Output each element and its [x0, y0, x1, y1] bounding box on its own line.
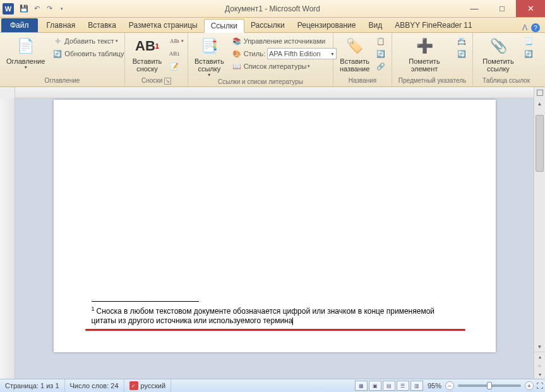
insert-footnote-button[interactable]: AB1 Вставить сноску [128, 35, 167, 74]
citation-style-value: APA Fifth Edition [269, 50, 321, 57]
browse-object-icon[interactable]: ○ [534, 361, 545, 370]
next-page-icon[interactable]: ▾ [534, 370, 545, 379]
word-app-icon[interactable]: W [3, 3, 14, 15]
toc-button[interactable]: 📄 Оглавление ▼ [3, 35, 49, 71]
cross-ref-button[interactable]: 🔗 [374, 60, 389, 73]
insert-tof-button[interactable]: 📋 [374, 35, 389, 47]
text-cursor [292, 318, 293, 325]
prev-page-icon[interactable]: ▴ [534, 352, 545, 361]
zoom-level[interactable]: 95% [424, 382, 445, 389]
show-notes-icon: 📝 [169, 61, 179, 71]
add-text-button[interactable]: ✚Добавить текст ▾ [51, 35, 125, 47]
update-toa-icon: 🔄 [524, 49, 534, 59]
ruler-corner [0, 87, 15, 98]
next-footnote-button[interactable]: AB1 [168, 47, 185, 60]
tab-review[interactable]: Рецензирование [291, 18, 362, 32]
insert-toa-button[interactable]: 📃 [522, 35, 537, 47]
view-web-button[interactable]: ▤ [383, 381, 395, 391]
insert-toa-icon: 📃 [524, 36, 534, 46]
zoom-in-button[interactable]: + [525, 381, 534, 390]
status-page[interactable]: Страница: 1 из 1 [0, 379, 65, 392]
update-tof-button[interactable]: 🔄 [374, 47, 389, 60]
group-citations-label: Ссылки и списки литературы [188, 78, 333, 86]
view-full-screen-button[interactable]: ▣ [369, 381, 381, 391]
qat-customize-icon[interactable]: ▾ [56, 3, 68, 15]
toc-icon: 📄 [16, 36, 36, 56]
zoom-slider-thumb[interactable] [487, 382, 492, 389]
insert-caption-label: Вставить название [340, 57, 369, 73]
update-toa-button[interactable]: 🔄 [522, 47, 537, 60]
tab-mailings[interactable]: Рассылки [244, 18, 291, 32]
tab-references[interactable]: Ссылки [204, 19, 244, 33]
update-index-button[interactable]: 🔄 [455, 47, 470, 60]
close-button[interactable]: ✕ [516, 0, 545, 17]
citation-style-select[interactable]: APA Fifth Edition▼ [267, 48, 337, 59]
mark-citation-button[interactable]: 📎 Пометить ссылку [476, 35, 521, 74]
undo-icon[interactable]: ↶ [31, 3, 42, 15]
update-toc-button[interactable]: 🔄Обновить таблицу [51, 47, 125, 60]
footnote-marker: 1 [92, 306, 95, 312]
group-captions: 🏷️ Вставить название 📋 🔄 🔗 Названия [333, 33, 392, 86]
redo-icon[interactable]: ↷ [44, 3, 55, 15]
ruler-toggle-icon[interactable] [537, 90, 543, 96]
footnote-separator [92, 301, 199, 302]
scroll-up-icon[interactable]: ▲ [534, 98, 545, 109]
manage-sources-button[interactable]: 📚Управление источниками [231, 35, 338, 47]
dialog-launcher-icon[interactable]: ↘ [164, 78, 171, 85]
zoom-slider[interactable] [458, 384, 521, 387]
show-notes-button[interactable]: 📝 [168, 60, 185, 73]
chevron-down-icon: ▼ [207, 73, 212, 77]
scrollbar-track[interactable] [534, 109, 545, 342]
status-word-count[interactable]: Число слов: 24 [65, 379, 124, 392]
tab-home[interactable]: Главная [40, 18, 82, 32]
ribbon-tabs: Файл Главная Вставка Разметка страницы С… [0, 18, 545, 33]
insert-endnote-button[interactable]: ABi▾ [168, 35, 185, 47]
tab-page-layout[interactable]: Разметка страницы [123, 18, 204, 32]
document-page[interactable]: 1 Сноска в любом текстовом документе обо… [54, 100, 496, 352]
mark-entry-button[interactable]: ➕ Пометить элемент [395, 35, 454, 74]
update-toc-label: Обновить таблицу [64, 50, 124, 57]
tab-file[interactable]: Файл [1, 18, 38, 32]
group-citations: 📑 Вставить ссылку ▼ 📚Управление источник… [188, 33, 333, 86]
view-outline-button[interactable]: ☰ [397, 381, 409, 391]
update-icon: 🔄 [52, 49, 63, 59]
footnote-body: Сноска в любом текстовом документе обозн… [92, 307, 435, 325]
ruler-horizontal-area [0, 87, 545, 98]
view-draft-button[interactable]: ▥ [410, 381, 423, 391]
scrollbar-thumb[interactable] [536, 115, 544, 172]
proofing-icon: ✓ [129, 381, 138, 390]
ruler-vertical[interactable] [0, 98, 15, 379]
mark-citation-label: Пометить ссылку [479, 57, 517, 73]
tab-abbyy[interactable]: ABBYY FineReader 11 [388, 18, 479, 32]
toc-label: Оглавление [6, 57, 45, 65]
ribbon-minimize-icon[interactable]: ᐱ [522, 23, 527, 32]
mark-entry-icon: ➕ [414, 36, 434, 56]
bibliography-icon: 📖 [232, 61, 242, 71]
bibliography-button[interactable]: 📖Список литературы ▾ [231, 60, 338, 73]
view-print-layout-button[interactable]: ▦ [355, 381, 368, 391]
cross-ref-icon: 🔗 [376, 61, 386, 71]
vertical-scrollbar[interactable]: ▲ ▼ ▴ ○ ▾ [534, 98, 545, 379]
minimize-button[interactable]: — [460, 0, 488, 17]
mark-entry-label: Пометить элемент [398, 57, 450, 73]
tab-insert[interactable]: Вставка [81, 18, 123, 32]
zoom-out-button[interactable]: − [445, 381, 454, 390]
ruler-horizontal[interactable] [15, 87, 534, 98]
document-scroll-area[interactable]: 1 Сноска в любом текстовом документе обо… [15, 98, 534, 379]
help-icon[interactable]: ? [531, 23, 540, 32]
footnote-text[interactable]: 1 Сноска в любом текстовом документе обо… [92, 304, 458, 326]
maximize-button[interactable]: □ [488, 0, 516, 17]
insert-footnote-label: Вставить сноску [131, 57, 163, 73]
insert-index-button[interactable]: 📇 [455, 35, 470, 47]
manage-sources-icon: 📚 [232, 36, 242, 46]
tab-view[interactable]: Вид [362, 18, 388, 32]
insert-citation-button[interactable]: 📑 Вставить ссылку ▼ [191, 35, 228, 78]
update-tof-icon: 🔄 [376, 49, 386, 59]
quick-access-toolbar: W 💾 ↶ ↷ ▾ [0, 3, 71, 15]
zoom-fit-icon[interactable]: ⛶ [534, 382, 545, 389]
scroll-down-icon[interactable]: ▼ [534, 342, 545, 352]
insert-caption-button[interactable]: 🏷️ Вставить название [336, 35, 373, 74]
status-language[interactable]: ✓русский [124, 379, 171, 392]
group-footnotes-label: Сноски ↘ [125, 77, 188, 86]
save-icon[interactable]: 💾 [18, 3, 30, 15]
